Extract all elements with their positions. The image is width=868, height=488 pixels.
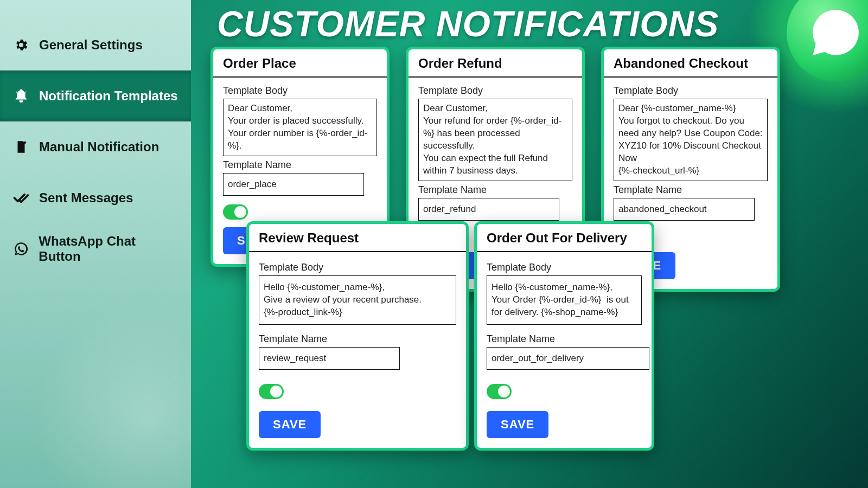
template-body-input[interactable]: Dear Customer, Your refund for order {%-… [418,99,572,181]
gear-icon [13,37,29,53]
sidebar-item-whatsapp-chat-button[interactable]: WhatsApp Chat Button [0,223,191,274]
page-title: CUSTOMER NOTIFICATIONS [217,3,719,44]
template-body-label: Template Body [259,262,456,273]
template-body-input[interactable]: Hello {%-customer_name-%}, Your Order {%… [487,275,642,325]
sidebar-item-label: Manual Notification [39,139,159,155]
sidebar-item-notification-templates[interactable]: Notification Templates [0,70,191,121]
card-title: Order Refund [409,49,582,78]
template-name-input[interactable] [418,198,559,221]
card-title: Order Out For Delivery [477,224,652,252]
template-name-input[interactable] [614,198,755,221]
save-button[interactable]: SAVE [259,411,321,438]
card-review-request: Review Request Template Body Hello {%-cu… [246,221,469,451]
template-name-label: Template Name [418,184,572,196]
sidebar-item-general-settings[interactable]: General Settings [0,20,191,70]
sidebar-item-label: WhatsApp Chat Button [39,234,178,264]
template-name-label: Template Name [614,184,768,196]
sidebar-item-label: Notification Templates [39,88,178,104]
template-name-label: Template Name [259,333,456,345]
double-check-icon [13,190,29,206]
template-body-label: Template Body [418,85,572,97]
sidebar-item-manual-notification[interactable]: Manual Notification [0,121,191,172]
template-name-input[interactable] [259,347,400,370]
enable-toggle[interactable] [259,384,284,399]
sidebar: General Settings Notification Templates … [0,0,191,488]
template-name-label: Template Name [487,333,642,345]
card-title: Order Place [213,49,387,78]
sidebar-item-label: General Settings [39,37,143,53]
template-body-input[interactable]: Dear Customer, Your order is placed succ… [223,99,377,156]
bell-icon [13,88,29,104]
template-body-input[interactable]: Dear {%-customer_name-%} You forgot to c… [614,99,768,181]
sidebar-item-label: Sent Messages [39,190,133,206]
template-body-label: Template Body [614,85,768,97]
template-name-input[interactable] [487,347,649,370]
card-title: Abandoned Checkout [604,49,777,78]
template-body-input[interactable]: Hello {%-customer_name-%}, Give a review… [259,275,456,325]
template-name-label: Template Name [223,159,377,171]
save-button[interactable]: SAVE [487,411,548,438]
enable-toggle[interactable] [487,384,512,399]
card-title: Review Request [249,224,466,252]
whatsapp-logo-decoration [787,0,868,81]
document-icon [13,139,29,155]
template-body-label: Template Body [487,262,642,273]
sidebar-item-sent-messages[interactable]: Sent Messages [0,172,191,223]
template-body-label: Template Body [223,85,377,97]
card-order-out-for-delivery: Order Out For Delivery Template Body Hel… [474,221,654,451]
enable-toggle[interactable] [223,204,248,220]
svg-point-0 [24,142,26,144]
whatsapp-icon [13,241,29,257]
template-name-input[interactable] [223,173,364,196]
